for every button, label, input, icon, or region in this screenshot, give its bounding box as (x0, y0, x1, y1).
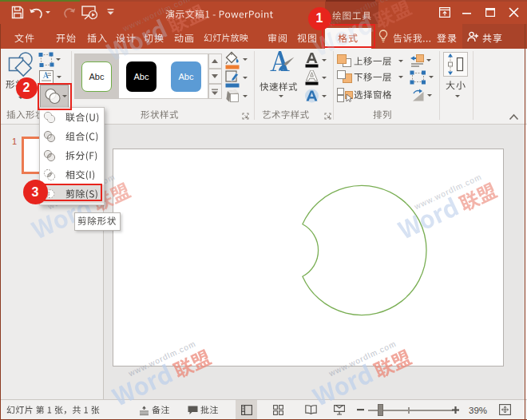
window-top-edge-green (0, 0, 80, 2)
ribbon-display-options-icon[interactable] (439, 7, 450, 18)
tab-design[interactable] (116, 24, 137, 49)
group-icon[interactable] (410, 70, 426, 85)
size-group-button-label[interactable] (446, 80, 466, 91)
style-thumb-1[interactable]: Abc (81, 61, 112, 92)
gallery-scroll-up[interactable] (208, 53, 222, 69)
normal-view-button[interactable] (236, 400, 257, 419)
text-effects-caret[interactable] (322, 95, 327, 97)
align-icon[interactable] (410, 54, 424, 67)
group-caret[interactable] (429, 76, 434, 78)
edit-shape-caret[interactable] (56, 58, 61, 61)
shape-effects-icon[interactable] (225, 89, 240, 104)
quick-styles-caret[interactable] (279, 95, 283, 97)
zoom-slider-thumb[interactable] (378, 404, 383, 416)
tab-home[interactable] (56, 24, 77, 49)
combine-icon (43, 130, 56, 143)
style-thumb-2[interactable]: Abc (126, 61, 157, 92)
minimize-icon[interactable] (462, 13, 471, 14)
align-caret[interactable] (426, 59, 431, 61)
shape-effects-caret[interactable] (243, 95, 248, 97)
save-icon[interactable] (11, 6, 24, 19)
shapes-gallery-icon[interactable] (8, 50, 35, 79)
selection-pane-label[interactable] (354, 89, 392, 101)
tab-file[interactable] (14, 24, 35, 49)
powerpoint-window: { "window": { "title": "演示文稿1 - PowerPoi… (0, 0, 527, 420)
annotation-rect-merge-button (38, 83, 72, 110)
subtracted-circle-shape[interactable] (113, 149, 504, 367)
slide-show-button[interactable] (328, 400, 350, 419)
bring-forward-label[interactable] (354, 56, 392, 67)
quick-styles-icon[interactable] (268, 51, 295, 78)
fragment-icon (43, 149, 56, 162)
send-backward-label[interactable] (354, 72, 392, 83)
shape-styles-group-label (141, 110, 179, 121)
bring-forward-icon[interactable] (337, 54, 352, 67)
gallery-more-button[interactable] (208, 84, 222, 99)
style-thumb-3[interactable]: Abc (171, 61, 201, 92)
size-caret[interactable] (455, 95, 460, 97)
text-effects-icon[interactable] (305, 88, 319, 104)
shape-outline-icon[interactable] (225, 70, 240, 88)
share-button[interactable] (482, 24, 503, 49)
tab-animations[interactable] (174, 24, 195, 49)
menu-item-intersect[interactable] (41, 165, 104, 184)
tell-me-box[interactable] (393, 24, 431, 49)
notes-button[interactable] (152, 400, 170, 420)
edit-shape-icon[interactable] (38, 52, 54, 68)
menu-item-combine[interactable] (41, 127, 104, 146)
shape-fill-caret[interactable] (243, 58, 248, 61)
undo-icon[interactable] (29, 7, 43, 18)
wordart-dialog-launcher[interactable] (324, 113, 331, 120)
share-person-icon (467, 31, 478, 42)
menu-item-label (65, 165, 96, 184)
shape-fill-icon[interactable] (225, 51, 240, 69)
wordart-styles-group-label (262, 110, 310, 121)
zoom-in-button[interactable] (452, 406, 459, 414)
start-slideshow-icon[interactable] (81, 6, 98, 20)
rotate-caret[interactable] (427, 94, 432, 97)
gallery-scroll-down[interactable] (208, 69, 222, 84)
sign-in-button[interactable] (437, 24, 458, 49)
undo-dropdown-caret[interactable] (46, 11, 50, 14)
notes-icon[interactable] (139, 406, 149, 415)
zoom-out-button[interactable] (357, 409, 364, 411)
text-box-caret[interactable] (57, 76, 61, 78)
menu-item-union[interactable] (41, 108, 104, 127)
close-icon[interactable] (509, 7, 519, 18)
tab-slideshow[interactable] (204, 24, 248, 49)
zoom-level[interactable]: 39% (469, 400, 487, 420)
text-fill-caret[interactable] (322, 59, 327, 61)
shape-outline-caret[interactable] (243, 77, 248, 79)
comments-button[interactable] (200, 400, 219, 420)
menu-item-fragment[interactable] (41, 146, 104, 165)
selection-pane-icon[interactable] (337, 88, 353, 102)
text-box-icon[interactable] (39, 70, 53, 84)
customize-qat-icon[interactable] (107, 9, 114, 16)
window-border-right (525, 24, 525, 420)
collapse-ribbon-icon[interactable] (509, 113, 519, 121)
send-backward-caret[interactable] (398, 76, 403, 78)
text-outline-caret[interactable] (322, 77, 327, 79)
shape-styles-dialog-launcher[interactable] (242, 113, 249, 120)
group-separator (473, 51, 474, 120)
tab-transitions[interactable] (144, 24, 164, 49)
size-button[interactable] (443, 52, 468, 77)
menu-item-label (65, 146, 98, 165)
text-outline-icon[interactable] (305, 70, 319, 85)
annotation-step-2: 2 (16, 77, 38, 99)
quick-styles-label[interactable] (260, 81, 298, 93)
zoom-slider-center-tick (408, 407, 410, 414)
reading-view-button[interactable] (300, 400, 322, 419)
arrange-group-label (373, 110, 392, 121)
bring-forward-caret[interactable] (398, 60, 403, 62)
tab-review[interactable] (267, 24, 288, 49)
slide-sorter-button[interactable] (267, 400, 289, 419)
lightbulb-icon (378, 30, 388, 43)
comments-icon[interactable] (188, 406, 198, 415)
fit-to-window-icon[interactable] (499, 404, 511, 415)
rotate-icon[interactable] (411, 89, 425, 102)
send-backward-icon[interactable] (337, 70, 352, 83)
text-fill-icon[interactable] (305, 53, 319, 68)
maximize-icon[interactable] (485, 8, 495, 17)
tab-insert[interactable] (87, 24, 108, 49)
